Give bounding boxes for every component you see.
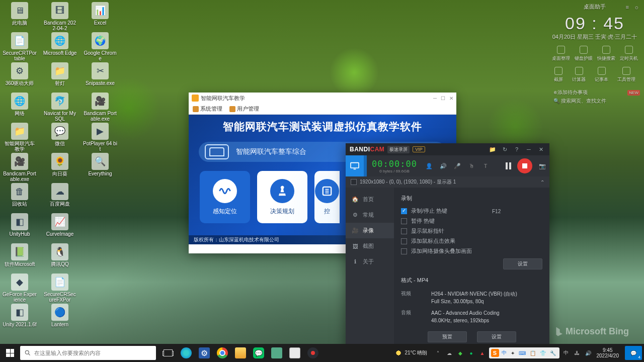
maximize-button[interactable]: ☐ [441,96,445,101]
tb-app2[interactable] [286,344,304,362]
option-checkbox[interactable] [401,228,407,234]
desktop-icon[interactable]: 🐧腾讯QQ [42,242,77,273]
desktop-icon[interactable]: 🌍Google Chrome [83,31,118,61]
desktop-icon[interactable]: 🔍Everything [83,152,118,182]
start-button[interactable] [0,344,20,362]
desktop-icon[interactable]: 🖥此电脑 [2,1,37,31]
tray-wechat-icon[interactable]: ● [467,348,476,357]
resolution-line[interactable]: 1920x1080 - (0, 0), (1920, 1080) - 显示器 1… [346,176,549,188]
widget-settings-icon[interactable]: ☼ [634,4,639,10]
tray-app-icon[interactable]: ▲ [478,348,487,357]
record-option[interactable]: 显示鼠标指针 [401,226,444,236]
stop-record-button[interactable] [517,158,532,173]
desktop-icon[interactable]: 🗑回收站 [2,182,37,212]
close-button[interactable]: ✕ [536,145,545,154]
sidebar-item[interactable]: 🖼截图 [346,238,394,254]
tile-perception[interactable]: 感知定位 [200,171,250,223]
option-checkbox[interactable] [401,208,407,214]
widget-tool[interactable]: 截屏 [554,67,563,83]
desktop-icon[interactable]: 💬微信 [42,122,77,152]
sidebar-item[interactable]: ℹ关于 [346,254,394,269]
desktop-icon[interactable]: 📈CurveImage [42,212,77,242]
webcam-icon[interactable]: 👤 [422,159,436,173]
widget-search[interactable]: 🔍 搜索网页、查找文件 [553,98,640,105]
folder-icon[interactable]: 📁 [488,145,497,154]
record-option[interactable]: 录制/停止 热键 [401,206,447,216]
desktop-icon[interactable]: 🎥Bandicam Portable.exe [83,92,118,122]
widget-tool[interactable]: 工具管理 [617,67,635,83]
tb-bandicam[interactable] [304,344,322,362]
desktop-icon[interactable]: ◧UnityHub [2,212,37,242]
tray-security-icon[interactable]: ◆ [456,348,465,357]
desktop-icon[interactable]: ⚙360驱动大师 [2,61,37,92]
desktop-icon[interactable]: ▶PotPlayer 64 bit [83,122,118,152]
widget-todo[interactable]: ⊕添加待办事项 [553,89,588,96]
desktop-icon[interactable]: 🎥Bandicam.Portable.exe [2,152,37,182]
tb-explorer[interactable] [231,344,250,362]
tb-wechat[interactable]: 💬 [250,344,268,362]
sidebar-item[interactable]: 🎥录像 [346,223,394,238]
option-checkbox[interactable] [401,248,407,254]
desktop-icon[interactable]: 🐬Navicat for MySQL [42,92,77,122]
desktop-icon[interactable]: 🎞Bandicam 2022-04-2 [42,1,77,31]
desktop-icon[interactable]: ✂Snipaste.exe [83,61,118,92]
desktop-icon[interactable]: ◆GeForce Experience [2,273,37,303]
notification-button[interactable]: 💬4 [625,346,642,360]
desktop-icon[interactable]: 🌐网络 [2,92,37,122]
camera-icon[interactable]: 📷 [535,159,549,173]
record-option[interactable]: 添加网络摄像头叠加画面 [401,246,472,256]
screen-mode-button[interactable] [346,155,367,176]
minimize-button[interactable]: ─ [524,145,533,154]
menu-system[interactable]: 系统管理 [193,105,222,113]
sidebar-item[interactable]: ⚙常规 [346,207,394,223]
share-icon[interactable]: ↻ [500,145,509,154]
pause-button[interactable] [502,160,514,172]
desktop-icon[interactable]: ◧Unity 2021.1.6f [2,303,37,333]
mouse-icon[interactable]: 🖱 [464,159,478,173]
speaker-icon[interactable]: 🔊 [436,159,450,173]
widget-tool[interactable]: 键盘护眼 [575,46,593,62]
desktop-icon[interactable]: 📗软件Microsoft [2,242,37,273]
tb-chrome[interactable] [213,344,231,362]
menu-user[interactable]: 用户管理 [229,105,259,113]
tile-decision[interactable]: 决策规划 [257,171,307,223]
desktop-icon[interactable]: 🌻向日葵 [42,152,77,182]
task-view-button[interactable] [159,344,177,362]
mic-icon[interactable]: 🎤 [450,159,464,173]
ime-bar[interactable]: S 中✦⌨📋👕🔧 [489,347,559,358]
option-checkbox[interactable] [401,218,407,224]
desktop-icon[interactable]: 📊Excel [83,1,118,31]
search-input[interactable] [34,350,152,356]
widget-tool[interactable]: 桌面整理 [552,46,570,62]
record-option[interactable]: 添加鼠标点击效果 [401,236,455,246]
text-icon[interactable]: T [478,159,493,173]
settings-button-2[interactable]: 设置 [477,331,516,342]
settings-button-1[interactable]: 设置 [503,258,542,269]
widget-tool[interactable]: 定时关机 [620,46,638,62]
widget-tool[interactable]: 快捷搜索 [597,46,615,62]
desktop-icon[interactable]: 🔵Lantern [42,303,77,333]
tb-settings[interactable]: ⚙ [195,344,213,362]
option-checkbox[interactable] [401,238,407,244]
record-option[interactable]: 暂停 热键 [401,216,435,226]
tray-volume-icon[interactable]: 🔊 [584,348,593,357]
minimize-button[interactable]: ─ [433,96,437,101]
tb-app1[interactable] [268,344,286,362]
tray-cloud-icon[interactable]: ☁ [445,348,454,357]
preset-button[interactable]: 预置 [428,331,467,342]
bandicam-titlebar[interactable]: BANDICAM 极速录屏 VIP 📁 ↻ ? ─ ✕ [346,143,549,155]
tb-edge[interactable] [177,344,195,362]
desktop-icon[interactable]: 📄SecureCRSecureFXPor [42,273,77,303]
tray-clock[interactable]: 9:45 2022/4/20 [597,347,619,358]
collapse-icon[interactable]: ⌃ [540,179,544,185]
widget-tool[interactable]: 计算器 [572,67,586,83]
tray-overflow[interactable]: ˄ [434,348,443,357]
desktop-icon[interactable]: 📁射灯 [42,61,77,92]
tray-network-icon[interactable]: 🖧 [573,348,582,357]
widget-tool[interactable]: 记事本 [595,67,608,83]
desktop-icon[interactable]: ☁百度网盘 [42,182,77,212]
help-icon[interactable]: ? [512,145,521,154]
desktop-icon[interactable]: 🌐Microsoft Edge [42,31,77,61]
tile-control-partial[interactable]: 控 [314,171,340,223]
taskbar-search[interactable] [20,346,156,360]
